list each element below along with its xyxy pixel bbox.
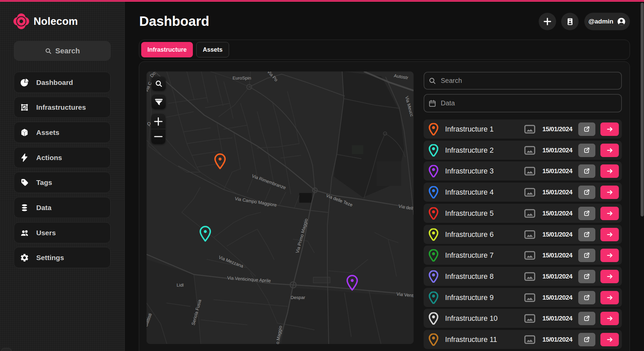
- svg-text:EuroSpin: EuroSpin: [232, 76, 251, 81]
- svg-text:Lidl: Lidl: [176, 283, 183, 288]
- svg-text:Despar: Despar: [290, 295, 305, 300]
- svg-text:Q: Q: [147, 121, 151, 126]
